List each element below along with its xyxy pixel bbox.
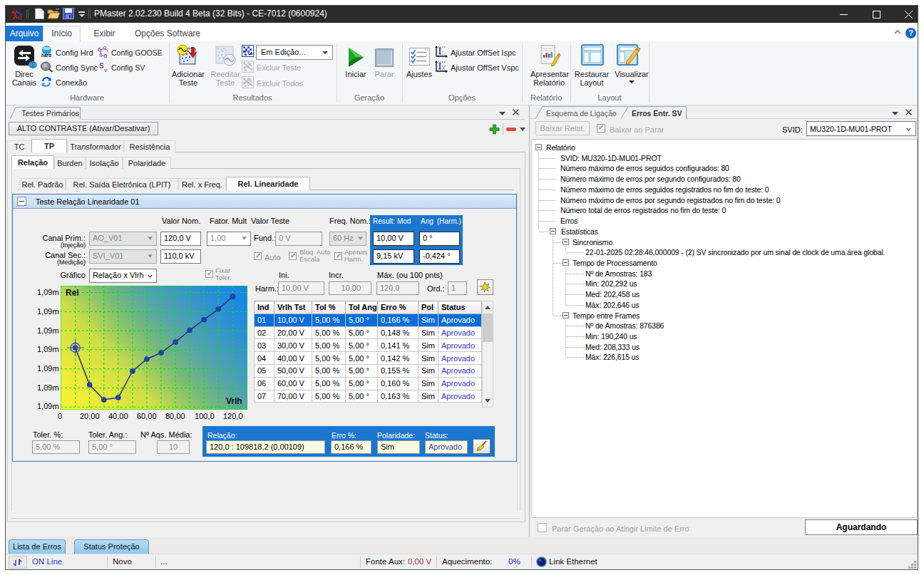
svg-text:Rel: Rel xyxy=(66,288,79,298)
svg-text:Vrlh: Vrlh xyxy=(226,396,242,406)
